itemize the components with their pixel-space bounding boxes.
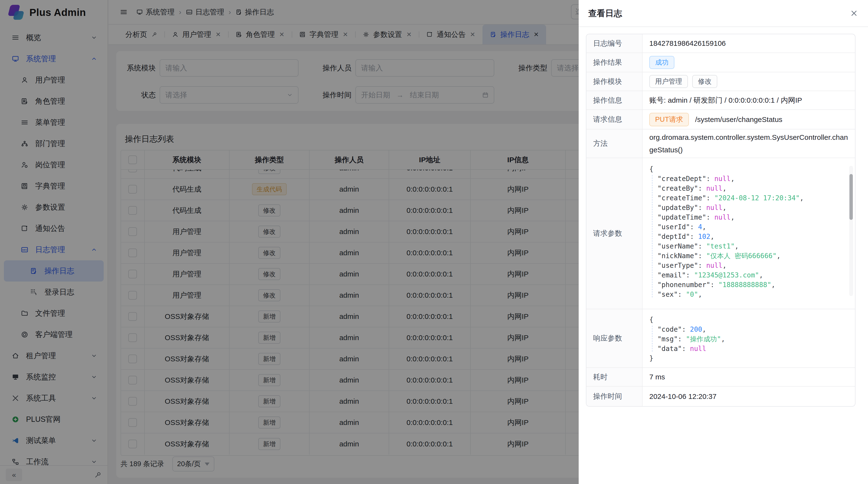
module-label: 操作模块	[586, 72, 643, 91]
view-log-drawer: 查看日志 日志编号 1842781986426159106 操作结果 成功 操作…	[579, 0, 868, 484]
detail-row-response-params: 响应参数 { "code": 200, "msg": "操作成功", "data…	[586, 309, 855, 368]
detail-row-module: 操作模块 用户管理 修改	[586, 72, 855, 91]
detail-row-request-params: 请求参数 { "createDept": null, "createBy": n…	[586, 158, 855, 309]
info-label: 操作信息	[586, 91, 643, 109]
detail-row-result: 操作结果 成功	[586, 53, 855, 72]
log-detail-table: 日志编号 1842781986426159106 操作结果 成功 操作模块 用户…	[586, 34, 856, 407]
action-badge: 修改	[692, 75, 717, 88]
time-value: 2024-10-06 12:20:37	[643, 387, 855, 406]
close-icon[interactable]	[850, 9, 858, 18]
cost-label: 耗时	[586, 368, 643, 386]
request-label: 请求信息	[586, 110, 643, 129]
code-scrollbar[interactable]	[849, 166, 853, 296]
detail-row-log-id: 日志编号 1842781986426159106	[586, 34, 855, 53]
http-method-badge: PUT请求	[649, 113, 689, 126]
time-label: 操作时间	[586, 387, 643, 406]
code-scrollbar-thumb[interactable]	[849, 174, 853, 220]
indent-guide	[652, 326, 652, 352]
request-url: /system/user/changeStatus	[695, 116, 782, 124]
response-params-code: { "code": 200, "msg": "操作成功", "data": nu…	[649, 315, 851, 363]
method-value: org.dromara.system.controller.system.Sys…	[643, 129, 855, 158]
detail-row-info: 操作信息 账号: admin / 研发部门 / 0:0:0:0:0:0:0:1 …	[586, 91, 855, 110]
cost-value: 7 ms	[643, 368, 855, 386]
indent-guide	[652, 175, 652, 297]
drawer-title: 查看日志	[588, 8, 622, 19]
method-label: 方法	[586, 129, 643, 158]
request-params-label: 请求参数	[586, 158, 643, 309]
detail-row-method: 方法 org.dromara.system.controller.system.…	[586, 129, 855, 158]
detail-row-cost: 耗时 7 ms	[586, 368, 855, 387]
detail-row-request: 请求信息 PUT请求 /system/user/changeStatus	[586, 110, 855, 129]
log-id-label: 日志编号	[586, 34, 643, 53]
log-id-value: 1842781986426159106	[643, 34, 855, 53]
response-params-label: 响应参数	[586, 309, 643, 367]
result-label: 操作结果	[586, 53, 643, 72]
info-value: 账号: admin / 研发部门 / 0:0:0:0:0:0:0:1 / 内网I…	[643, 91, 855, 109]
detail-row-time: 操作时间 2024-10-06 12:20:37	[586, 387, 855, 406]
result-badge: 成功	[649, 56, 674, 69]
request-params-code[interactable]: { "createDept": null, "createBy": null, …	[649, 164, 851, 300]
module-badge: 用户管理	[649, 75, 688, 88]
